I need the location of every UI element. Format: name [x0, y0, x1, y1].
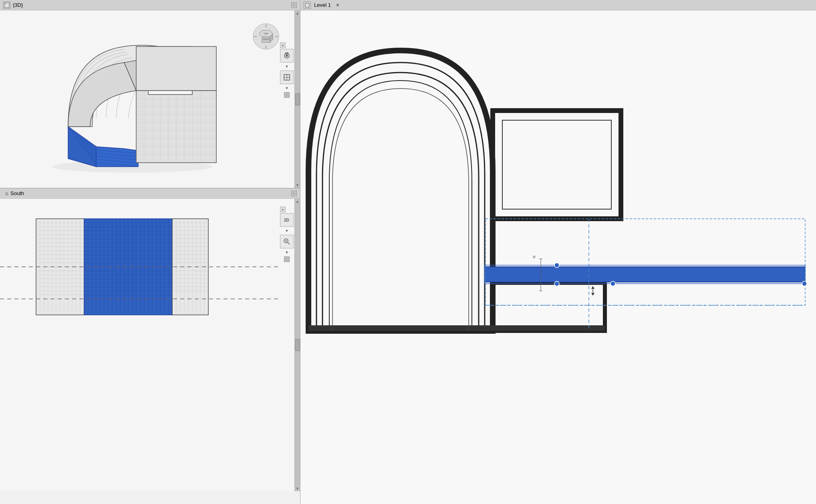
svg-text:2D: 2D [284, 218, 289, 222]
collapse-south-btn[interactable]: − [291, 191, 297, 196]
svg-text:TOP: TOP [264, 32, 268, 35]
scroll-up-arrow-3d[interactable]: ▲ [295, 10, 300, 16]
scroll-thumb-right [284, 92, 290, 98]
level1-canvas[interactable]: ⌀ [300, 10, 816, 504]
scroll-down-arrow-3d[interactable]: ▼ [295, 182, 300, 188]
home-icon: ⌂ [3, 190, 10, 197]
svg-rect-183 [486, 219, 805, 305]
svg-rect-171 [493, 111, 621, 219]
viewport-south: ⌂ South − [0, 188, 300, 504]
svg-line-167 [288, 242, 290, 244]
svg-point-177 [554, 263, 559, 268]
level1-title: Level 1 [314, 2, 331, 8]
camera-label[interactable]: ▼ [280, 63, 294, 70]
svg-text:⌀: ⌀ [533, 254, 536, 259]
south-canvas[interactable]: × 2D ▼ ▼ [0, 199, 300, 491]
main-layout: {3D} − [0, 0, 816, 504]
2d-view-btn[interactable]: 2D [280, 213, 294, 227]
scroll-up-arrow-south[interactable]: ▲ [295, 199, 300, 204]
viewport-south-titlebar: ⌂ South − [0, 188, 300, 199]
svg-text:FRONT: FRONT [262, 38, 269, 40]
zoom-in-icon[interactable]: × [280, 42, 286, 48]
level1-titlebar: Level 1 × [300, 0, 816, 10]
viewport-3d-title: {3D} [13, 2, 23, 8]
svg-point-30 [286, 54, 288, 57]
zoom-south-label[interactable]: ▼ [280, 249, 294, 256]
scrollbar-3d: ▲ ▼ [294, 10, 300, 188]
2d-label[interactable]: ▼ [280, 228, 294, 234]
nav-cube[interactable]: TOP FRONT [252, 22, 280, 50]
scroll-thumb-3d[interactable] [295, 93, 300, 105]
svg-rect-173 [493, 283, 605, 331]
zoom-south-btn[interactable] [280, 235, 294, 248]
svg-point-180 [802, 281, 807, 286]
svg-rect-170 [305, 3, 309, 7]
camera-btn[interactable] [280, 49, 294, 62]
right-panel: Level 1 × [300, 0, 816, 504]
svg-point-178 [554, 281, 559, 286]
svg-point-179 [610, 281, 615, 286]
svg-marker-188 [591, 293, 594, 296]
left-panel: {3D} − [0, 0, 300, 504]
viewport-3d: {3D} − [0, 0, 300, 188]
svg-rect-175 [485, 267, 805, 282]
viewport-3d-titlebar: {3D} − [0, 0, 300, 10]
plan-view-label[interactable]: ▼ [280, 85, 294, 91]
level1-icon [304, 2, 311, 9]
svg-marker-187 [591, 286, 594, 289]
plan-view-btn[interactable] [280, 71, 294, 84]
scroll-down-arrow-south[interactable]: ▼ [295, 486, 300, 491]
scrollbar-south: ▲ ▼ [294, 199, 300, 491]
svg-rect-174 [308, 325, 605, 331]
3d-canvas[interactable]: TOP FRONT × [0, 10, 300, 188]
scroll-south-thumb [284, 256, 290, 262]
level1-close-btn[interactable]: × [334, 2, 341, 9]
collapse-3d-btn[interactable]: − [291, 2, 297, 8]
viewport-south-title-text: South [10, 190, 24, 196]
svg-rect-172 [502, 120, 611, 209]
scroll-thumb-south[interactable] [295, 339, 300, 351]
viewport-3d-icon [3, 2, 10, 9]
zoom-close-south[interactable]: × [280, 207, 286, 212]
